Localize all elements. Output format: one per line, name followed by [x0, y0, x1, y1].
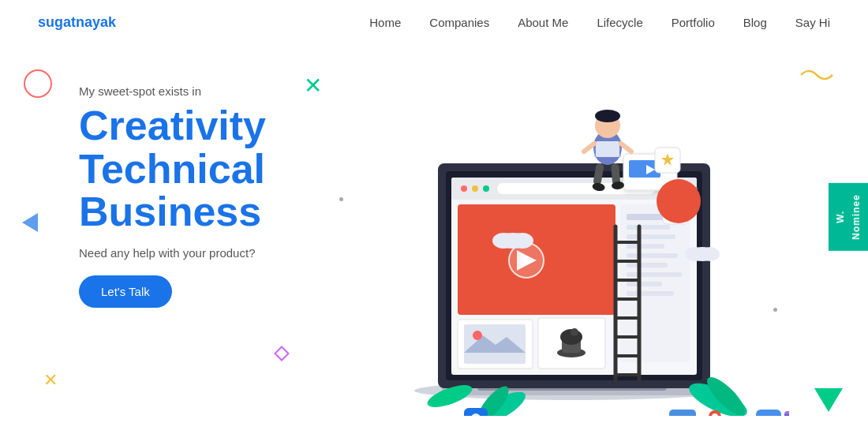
svg-line-68 [621, 144, 631, 152]
svg-rect-66 [596, 141, 619, 157]
headline-business: Business [79, 189, 261, 234]
nav-item-about[interactable]: About Me [518, 16, 568, 30]
svg-rect-29 [627, 225, 670, 230]
nominee-w: W. [835, 211, 846, 223]
logo-suffix: nayak [76, 14, 116, 30]
nav-item-companies[interactable]: Companies [429, 16, 489, 30]
svg-point-9 [483, 185, 489, 192]
hero-section: My sweet-spot exists in Creativity Techn… [0, 45, 868, 424]
navbar: sugatnayak Home Companies About Me Lifec… [0, 0, 868, 45]
nav-item-blog[interactable]: Blog [743, 16, 767, 30]
svg-rect-33 [627, 263, 668, 268]
svg-rect-84 [669, 410, 696, 416]
svg-point-8 [472, 185, 478, 192]
nominee-badge[interactable]: W. Nominee [829, 183, 868, 251]
svg-point-61 [595, 110, 620, 122]
headline-technical: Technical [79, 146, 265, 192]
svg-point-21 [473, 331, 482, 340]
nav-item-portfolio[interactable]: Portfolio [672, 16, 715, 30]
svg-rect-31 [627, 244, 664, 249]
headline-creativity: Creativity [79, 103, 266, 148]
logo[interactable]: sugatnayak [38, 14, 116, 31]
hero-content: My sweet-spot exists in Creativity Techn… [79, 61, 331, 308]
svg-rect-36 [627, 291, 674, 296]
nav-item-lifecycle[interactable]: Lifecycle [597, 16, 642, 30]
svg-rect-19 [464, 324, 526, 364]
logo-prefix: sugat [38, 14, 76, 30]
svg-line-67 [584, 144, 594, 152]
svg-rect-30 [627, 234, 675, 239]
svg-point-98 [511, 233, 533, 249]
hero-headline: Creativity Technical Business [79, 104, 331, 234]
svg-point-7 [461, 185, 467, 192]
hero-illustration: @ [331, 61, 821, 424]
nav-item-sayhi[interactable]: Say Hi [795, 16, 830, 30]
svg-rect-35 [627, 282, 662, 286]
svg-point-97 [492, 233, 514, 249]
svg-rect-90 [756, 410, 781, 416]
cta-button[interactable]: Let's Talk [79, 275, 172, 308]
svg-rect-34 [627, 272, 682, 277]
hero-subtext: Need any help with your product? [79, 246, 331, 260]
svg-rect-95 [784, 414, 789, 416]
svg-rect-32 [627, 253, 678, 258]
nominee-label: Nominee [851, 194, 862, 240]
svg-point-69 [657, 179, 701, 223]
nav-item-home[interactable]: Home [369, 16, 401, 30]
nav-links: Home Companies About Me Lifecycle Portfo… [369, 16, 830, 30]
illustration-svg: @ [363, 69, 789, 416]
svg-point-26 [571, 328, 578, 336]
svg-point-101 [701, 247, 720, 261]
hero-tagline: My sweet-spot exists in [79, 84, 331, 98]
